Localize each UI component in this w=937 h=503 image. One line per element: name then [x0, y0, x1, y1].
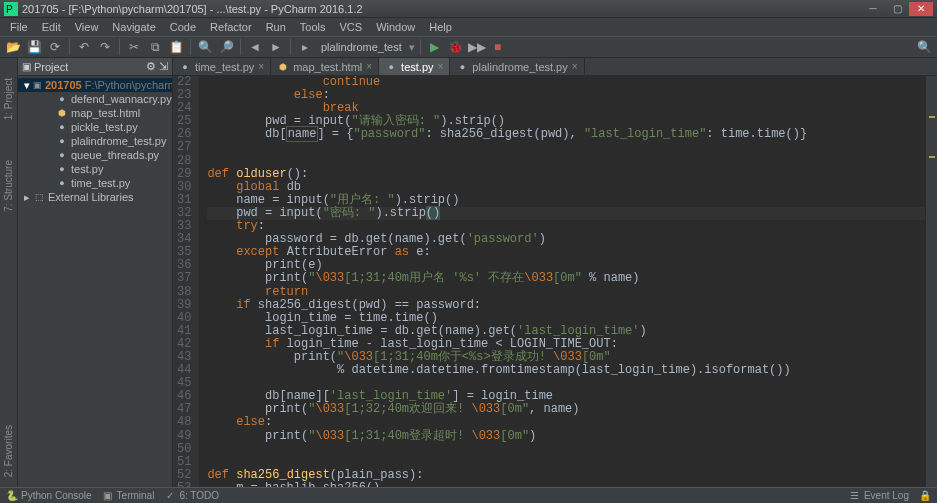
- code-line[interactable]: if sha256_digest(pwd) == password:: [207, 299, 925, 312]
- paste-icon[interactable]: 📋: [167, 38, 185, 56]
- tab-test.py[interactable]: ●test.py×: [379, 58, 450, 75]
- file-pickle_test.py[interactable]: ●pickle_test.py: [18, 120, 172, 134]
- line-number[interactable]: 28: [177, 155, 191, 168]
- code-line[interactable]: last_login_time = db.get(name).get('last…: [207, 325, 925, 338]
- code-line[interactable]: m = hashlib.sha256(): [207, 482, 925, 487]
- line-number[interactable]: 40: [177, 312, 191, 325]
- file-time_test.py[interactable]: ●time_test.py: [18, 176, 172, 190]
- file-test.py[interactable]: ●test.py: [18, 162, 172, 176]
- save-icon[interactable]: 💾: [25, 38, 43, 56]
- line-number[interactable]: 29: [177, 168, 191, 181]
- file-queue_threads.py[interactable]: ●queue_threads.py: [18, 148, 172, 162]
- menu-edit[interactable]: Edit: [36, 20, 67, 34]
- expand-icon[interactable]: ▸: [24, 191, 30, 204]
- code-line[interactable]: print("\033[1;32;40m欢迎回来! \033[0m", name…: [207, 403, 925, 416]
- code-line[interactable]: def olduser():: [207, 168, 925, 181]
- tool-favorites[interactable]: 2: Favorites: [3, 425, 14, 477]
- tab-plalindrome_test.py[interactable]: ●plalindrome_test.py×: [450, 58, 584, 75]
- code-line[interactable]: [207, 155, 925, 168]
- gear-icon[interactable]: ⚙: [146, 60, 156, 73]
- find-icon[interactable]: 🔍: [196, 38, 214, 56]
- line-number[interactable]: 53: [177, 482, 191, 487]
- file-defend_wannacry.py[interactable]: ●defend_wannacry.py: [18, 92, 172, 106]
- sync-icon[interactable]: ⟳: [46, 38, 64, 56]
- tool-project[interactable]: 1: Project: [3, 78, 14, 120]
- cut-icon[interactable]: ✂: [125, 38, 143, 56]
- close-tab-icon[interactable]: ×: [438, 61, 444, 72]
- forward-icon[interactable]: ►: [267, 38, 285, 56]
- run-button[interactable]: ▶: [426, 38, 444, 56]
- menu-tools[interactable]: Tools: [294, 20, 332, 34]
- project-root[interactable]: ▾ ▣ 201705 F:\Python\pycharm\201705: [18, 78, 172, 92]
- line-number[interactable]: 49: [177, 430, 191, 443]
- code-line[interactable]: def sha256_digest(plain_pass):: [207, 469, 925, 482]
- search-everywhere-icon[interactable]: 🔍: [915, 38, 933, 56]
- tab-time_test.py[interactable]: ●time_test.py×: [173, 58, 271, 75]
- redo-icon[interactable]: ↷: [96, 38, 114, 56]
- stop-button[interactable]: ■: [489, 38, 507, 56]
- line-number[interactable]: 51: [177, 456, 191, 469]
- warning-marker[interactable]: [929, 116, 935, 118]
- line-number[interactable]: 48: [177, 416, 191, 429]
- code-line[interactable]: [207, 141, 925, 154]
- code-line[interactable]: return: [207, 286, 925, 299]
- code-line[interactable]: [207, 443, 925, 456]
- close-tab-icon[interactable]: ×: [366, 61, 372, 72]
- line-number[interactable]: 31: [177, 194, 191, 207]
- collapse-icon[interactable]: ⇲: [159, 60, 168, 73]
- maximize-button[interactable]: ▢: [885, 2, 909, 16]
- code-line[interactable]: global db: [207, 181, 925, 194]
- project-tree[interactable]: ▾ ▣ 201705 F:\Python\pycharm\201705 ●def…: [18, 76, 172, 206]
- back-icon[interactable]: ◄: [246, 38, 264, 56]
- menu-refactor[interactable]: Refactor: [204, 20, 258, 34]
- line-gutter[interactable]: 2223242526272829303132333435363738394041…: [173, 76, 199, 487]
- debug-button[interactable]: 🐞: [447, 38, 465, 56]
- menu-help[interactable]: Help: [423, 20, 458, 34]
- code-line[interactable]: % datetime.datetime.fromtimestamp(last_l…: [207, 364, 925, 377]
- close-tab-icon[interactable]: ×: [572, 61, 578, 72]
- run-config-icon[interactable]: ▸: [296, 38, 314, 56]
- line-number[interactable]: 41: [177, 325, 191, 338]
- replace-icon[interactable]: 🔎: [217, 38, 235, 56]
- open-icon[interactable]: 📂: [4, 38, 22, 56]
- menu-vcs[interactable]: VCS: [334, 20, 369, 34]
- run-config-selector[interactable]: plalindrome_test: [317, 41, 406, 53]
- warning-marker[interactable]: [929, 156, 935, 158]
- python-console-tool[interactable]: 🐍Python Console: [6, 490, 92, 502]
- rerun-icon[interactable]: ▶▶: [468, 38, 486, 56]
- file-map_test.html[interactable]: ⬢map_test.html: [18, 106, 172, 120]
- lock-icon[interactable]: 🔒: [919, 490, 931, 501]
- tool-structure[interactable]: 7: Structure: [3, 160, 14, 212]
- menu-view[interactable]: View: [69, 20, 105, 34]
- external-libraries[interactable]: ▸ ⬚ External Libraries: [18, 190, 172, 204]
- code-content[interactable]: continue else: break pwd = input("请输入密码:…: [199, 76, 925, 487]
- terminal-tool[interactable]: ▣Terminal: [102, 490, 155, 502]
- copy-icon[interactable]: ⧉: [146, 38, 164, 56]
- menu-navigate[interactable]: Navigate: [106, 20, 161, 34]
- line-number[interactable]: 30: [177, 181, 191, 194]
- menu-run[interactable]: Run: [260, 20, 292, 34]
- tab-map_test.html[interactable]: ⬢map_test.html×: [271, 58, 379, 75]
- line-number[interactable]: 52: [177, 469, 191, 482]
- line-number[interactable]: 42: [177, 338, 191, 351]
- line-number[interactable]: 39: [177, 299, 191, 312]
- chevron-down-icon[interactable]: ▾: [409, 41, 415, 54]
- code-editor[interactable]: 2223242526272829303132333435363738394041…: [173, 76, 937, 487]
- line-number[interactable]: 27: [177, 141, 191, 154]
- code-line[interactable]: db[name] = {"password": sha256_digest(pw…: [207, 128, 925, 141]
- undo-icon[interactable]: ↶: [75, 38, 93, 56]
- menu-code[interactable]: Code: [164, 20, 202, 34]
- line-number[interactable]: 50: [177, 443, 191, 456]
- line-number[interactable]: 37: [177, 272, 191, 285]
- code-line[interactable]: print("\033[1;31;40m用户名 '%s' 不存在\033[0m"…: [207, 272, 925, 285]
- close-button[interactable]: ✕: [909, 2, 933, 16]
- event-log[interactable]: ☰Event Log: [849, 490, 909, 502]
- code-line[interactable]: name = input("用户名: ").strip(): [207, 194, 925, 207]
- close-tab-icon[interactable]: ×: [258, 61, 264, 72]
- line-number[interactable]: 38: [177, 286, 191, 299]
- file-plalindrome_test.py[interactable]: ●plalindrome_test.py: [18, 134, 172, 148]
- menu-file[interactable]: File: [4, 20, 34, 34]
- minimize-button[interactable]: ─: [861, 2, 885, 16]
- todo-tool[interactable]: ✓6: TODO: [164, 490, 219, 502]
- code-line[interactable]: print("\033[1;31;40m登录超时! \033[0m"): [207, 430, 925, 443]
